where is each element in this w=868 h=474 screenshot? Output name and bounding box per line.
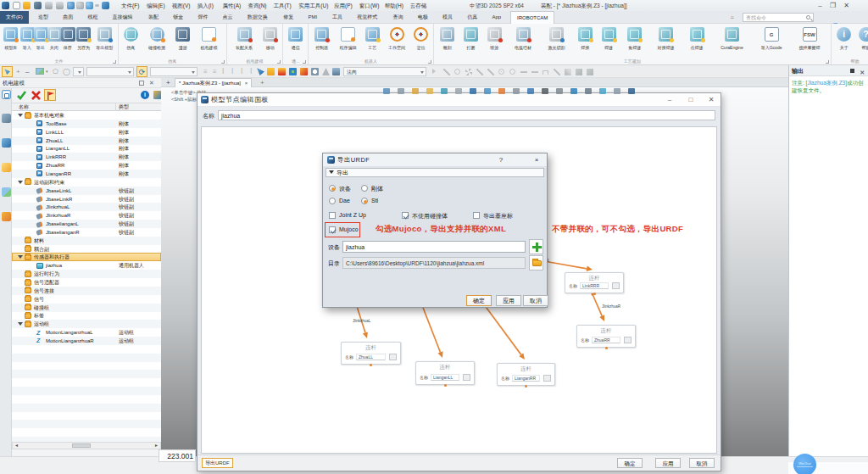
column-name[interactable]: 名称 (19, 103, 29, 111)
circle-icon[interactable]: ◯ (63, 67, 70, 76)
checkbox-2[interactable] (473, 212, 480, 219)
tree-row[interactable]: 材料 (12, 237, 161, 245)
disabled-tool-11-icon[interactable] (542, 70, 548, 75)
ribbon-button-collision-check[interactable]: 碰撞检测 (142, 25, 173, 50)
tree-row[interactable]: 基本机电对象 (12, 111, 161, 120)
tree-horizontal-scrollbar[interactable]: ◄ ► (12, 442, 161, 449)
globe-icon[interactable] (289, 68, 297, 75)
mini-tool-10-icon[interactable] (513, 88, 520, 94)
disabled-tool-9-icon[interactable] (520, 69, 527, 75)
node-name-value[interactable]: LianganRR (512, 375, 540, 382)
tree-row[interactable]: ZhuaRR刚体 (12, 161, 161, 170)
ribbon-button-close-doc[interactable]: 关闭 (47, 25, 61, 50)
node-name-value[interactable]: ZhuaRR (592, 337, 620, 343)
tree-row[interactable]: JbaseLinkR铰链副 (12, 195, 161, 204)
manager-view-icon[interactable] (2, 187, 11, 197)
close-icon[interactable]: ✕ (843, 2, 850, 9)
align-icon[interactable]: ≡ (203, 67, 208, 76)
redo-icon[interactable] (76, 2, 84, 9)
checkbox-0[interactable] (329, 212, 336, 219)
disabled-tool-14-icon[interactable] (576, 69, 582, 75)
window-minimize-icon[interactable]: – (665, 96, 674, 104)
column-type[interactable]: 类型 (119, 103, 129, 111)
mini-tool-17-icon[interactable] (614, 88, 620, 94)
home-icon[interactable]: ⌂ (729, 11, 736, 24)
tree-row[interactable]: ZMotionLianganzhuaR运动组 (12, 337, 161, 345)
tab-close-icon[interactable]: × (245, 81, 248, 86)
mini-tool-4-icon[interactable] (426, 88, 433, 94)
mini-tool-15-icon[interactable] (585, 88, 592, 94)
disabled-tool-7-icon[interactable] (498, 69, 504, 75)
disabled-tool-5-icon[interactable] (476, 69, 483, 75)
ribbon-tab-file[interactable]: 文件(F) (0, 11, 29, 24)
mini-tool-18-icon[interactable] (628, 88, 635, 94)
ribbon-tab-工具[interactable]: 工具 (326, 11, 348, 24)
window-apply-button[interactable]: 应用 (655, 458, 681, 468)
node-more-button[interactable] (463, 374, 470, 381)
node-more-button[interactable] (543, 375, 551, 382)
ribbon-button-assembly-relation[interactable]: 装配关系 (229, 25, 260, 50)
ribbon-button-program-edit[interactable]: 程序编辑 (334, 25, 363, 50)
node-more-button[interactable] (612, 282, 620, 289)
mini-tool-3-icon[interactable] (412, 88, 419, 94)
mini-tool-9-icon[interactable] (498, 88, 505, 94)
menu-2[interactable]: 编辑(E) (143, 0, 169, 11)
ribbon-tab-装配[interactable]: 装配 (142, 11, 164, 24)
tree-row[interactable]: JlinkzhuaL铰链副 (12, 203, 161, 211)
tree-row[interactable]: 信号连接 (12, 287, 161, 295)
minus-icon[interactable]: – (25, 67, 29, 76)
tree-row[interactable]: JlinkzhuaR铰链副 (12, 211, 161, 220)
align2-icon[interactable]: ≡ (213, 67, 217, 76)
disabled-tool-6-icon[interactable] (487, 69, 494, 75)
menu-8[interactable]: 实用工具(U) (295, 0, 331, 11)
ribbon-button-model-library[interactable]: 模型库 (2, 25, 20, 50)
disabled-tool-4-icon[interactable] (465, 69, 472, 75)
tree-row[interactable]: 传感器和执行器 (12, 253, 161, 261)
ribbon-tab-模具[interactable]: 模具 (437, 11, 459, 24)
mini-tool-2-icon[interactable] (398, 88, 404, 94)
tree-row[interactable]: 标签 (12, 311, 161, 320)
ribbon-tab-点云[interactable]: 点云 (217, 11, 239, 24)
menu-11[interactable]: 帮助(H) (381, 0, 407, 11)
group-launcher-icon[interactable] (113, 60, 116, 64)
ribbon-button-carve[interactable]: 雕刻 (436, 25, 459, 50)
plus-icon[interactable]: + (16, 67, 20, 76)
radio-设备[interactable] (329, 185, 336, 192)
expand-caret-icon[interactable] (18, 114, 23, 117)
group-launcher-icon[interactable] (303, 60, 306, 64)
ribbon-tab-仿真[interactable]: 仿真 (461, 11, 483, 24)
tree-row[interactable]: 运行时行为 (12, 270, 161, 278)
ribbon-button-locate[interactable]: 定位 (411, 25, 431, 50)
folder2-icon[interactable] (278, 68, 286, 75)
name-input[interactable]: jiazhua (218, 110, 715, 120)
group-launcher-icon[interactable] (277, 60, 281, 64)
node-name-value[interactable]: ZhuaLL (356, 354, 386, 360)
ribbon-tab-修复[interactable]: 修复 (277, 11, 299, 24)
tree-row[interactable]: 运动组 (12, 320, 161, 328)
expand-caret-icon[interactable] (18, 181, 23, 184)
dialog-close-icon[interactable]: × (532, 155, 541, 165)
minimize-icon[interactable]: – (816, 2, 824, 9)
print-icon[interactable] (45, 2, 53, 9)
small-combo[interactable] (73, 67, 84, 76)
ribbon-tab-焊件[interactable]: 焊件 (192, 11, 214, 24)
ribbon-button-walkthrough[interactable]: 漫游 (172, 25, 193, 50)
ribbon-button-weld-seam[interactable]: 焊缝 (597, 25, 620, 50)
ribbon-button-arc-additive[interactable]: 电弧增材 (506, 25, 540, 50)
mini-tool-7-icon[interactable] (470, 88, 476, 94)
undo-icon[interactable] (67, 2, 75, 9)
scroll-right-icon[interactable]: ► (153, 443, 159, 448)
menu-10[interactable]: 窗口(W) (356, 0, 382, 11)
ribbon-button-craft[interactable]: 工艺 (362, 25, 382, 50)
ribbon-button-butt-weld[interactable]: 对接焊缝 (649, 25, 683, 50)
group-launcher-icon[interactable] (221, 60, 225, 64)
ribbon-button-controller[interactable]: 控制器 (310, 25, 334, 50)
graph-node-lianganll[interactable]: 连杆名称LianganLL (415, 361, 475, 385)
graph-node-zhuall[interactable]: 连杆名称ZhuaLL (341, 342, 401, 365)
window-cancel-button[interactable]: 取消 (689, 458, 715, 468)
tree-row[interactable]: 碰撞组 (12, 304, 161, 312)
ribbon-button-cura-engine[interactable]: CuraEngine (711, 25, 753, 50)
ribbon-button-friction-stir-weld[interactable]: FSW搅拌摩擦焊 (790, 25, 829, 50)
tab-list-icon[interactable]: + (166, 78, 170, 87)
dialog-cancel-button[interactable]: 取消 (523, 295, 548, 306)
